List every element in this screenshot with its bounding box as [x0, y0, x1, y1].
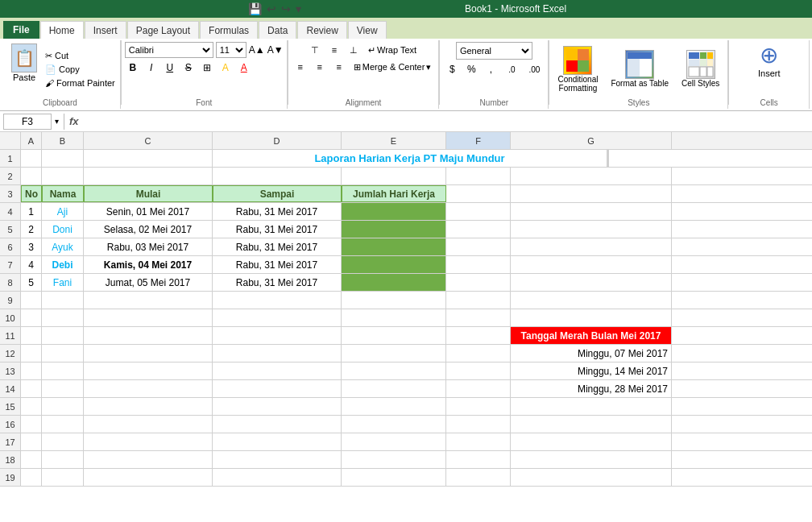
cell-e13[interactable] [342, 362, 446, 379]
cell-a17[interactable] [21, 433, 42, 450]
cell-d13[interactable] [213, 362, 342, 379]
cell-e3[interactable]: Jumlah Hari Kerja [342, 185, 446, 202]
cell-d16[interactable] [213, 416, 342, 433]
cell-f17[interactable] [446, 433, 511, 450]
cell-f16[interactable] [446, 416, 511, 433]
cell-g4[interactable] [511, 203, 672, 220]
row-num-15[interactable]: 15 [0, 398, 21, 415]
cell-f18[interactable] [446, 451, 511, 468]
row-num-3[interactable]: 3 [0, 185, 21, 202]
cell-f11[interactable] [446, 327, 511, 344]
cell-a9[interactable] [21, 292, 42, 309]
align-left-button[interactable]: ≡ [292, 59, 309, 75]
cell-f7[interactable] [446, 256, 511, 273]
cell-c11[interactable] [84, 327, 213, 344]
col-header-b[interactable]: B [42, 132, 84, 149]
cell-a8[interactable]: 5 [21, 274, 42, 291]
qat-undo[interactable]: ↩ [264, 2, 279, 16]
cell-reference-input[interactable] [3, 114, 52, 130]
cell-e15[interactable] [342, 398, 446, 415]
cell-b16[interactable] [42, 416, 84, 433]
strikethrough-button[interactable]: S [180, 60, 197, 76]
cell-e7[interactable] [342, 256, 446, 273]
merge-center-button[interactable]: ⊞ Merge & Center ▾ [350, 60, 436, 75]
cell-e10[interactable] [342, 309, 446, 326]
cell-b6[interactable]: Ayuk [42, 238, 84, 255]
cell-d17[interactable] [213, 433, 342, 450]
cell-a16[interactable] [21, 416, 42, 433]
col-header-f[interactable]: F [446, 132, 511, 149]
cell-a3[interactable]: No [21, 185, 42, 202]
tab-formulas[interactable]: Formulas [200, 21, 258, 39]
cell-c1[interactable] [84, 150, 213, 167]
cell-f4[interactable] [446, 203, 511, 220]
cell-b14[interactable] [42, 380, 84, 397]
row-num-18[interactable]: 18 [0, 451, 21, 468]
cell-e16[interactable] [342, 416, 446, 433]
cell-c19[interactable] [84, 469, 213, 486]
cell-c9[interactable] [84, 292, 213, 309]
cell-a10[interactable] [21, 309, 42, 326]
row-num-19[interactable]: 19 [0, 469, 21, 486]
align-bottom-button[interactable]: ⊥ [345, 42, 362, 58]
cell-f9[interactable] [446, 292, 511, 309]
col-header-e[interactable]: E [342, 132, 446, 149]
cell-g14[interactable]: Minggu, 28 Mei 2017 [511, 380, 672, 397]
cell-a12[interactable] [21, 345, 42, 362]
col-header-d[interactable]: D [213, 132, 342, 149]
cell-d6[interactable]: Rabu, 31 Mei 2017 [213, 238, 342, 255]
cell-d12[interactable] [213, 345, 342, 362]
cell-g9[interactable] [511, 292, 672, 309]
cell-e17[interactable] [342, 433, 446, 450]
cell-b19[interactable] [42, 469, 84, 486]
cell-g5[interactable] [511, 221, 672, 238]
cell-c18[interactable] [84, 451, 213, 468]
cell-b10[interactable] [42, 309, 84, 326]
row-num-17[interactable]: 17 [0, 433, 21, 450]
cell-e14[interactable] [342, 380, 446, 397]
cell-g12[interactable]: Minggu, 07 Mei 2017 [511, 345, 672, 362]
cell-b11[interactable] [42, 327, 84, 344]
cell-g17[interactable] [511, 433, 672, 450]
cell-d5[interactable]: Rabu, 31 Mei 2017 [213, 221, 342, 238]
cell-e18[interactable] [342, 451, 446, 468]
cell-b9[interactable] [42, 292, 84, 309]
cell-d1[interactable]: Laporan Harian Kerja PT Maju Mundur [213, 150, 607, 167]
row-num-12[interactable]: 12 [0, 345, 21, 362]
function-icon[interactable]: fx [69, 115, 79, 127]
cell-g15[interactable] [511, 398, 672, 415]
cell-c6[interactable]: Rabu, 03 Mei 2017 [84, 238, 213, 255]
italic-button[interactable]: I [143, 60, 160, 76]
cell-a11[interactable] [21, 327, 42, 344]
cell-a1[interactable] [21, 150, 42, 167]
cell-c13[interactable] [84, 362, 213, 379]
formula-input[interactable] [82, 114, 809, 130]
row-num-16[interactable]: 16 [0, 416, 21, 433]
cell-a15[interactable] [21, 398, 42, 415]
cell-f14[interactable] [446, 380, 511, 397]
formula-expand-button[interactable]: ▾ [55, 117, 59, 126]
cell-b8[interactable]: Fani [42, 274, 84, 291]
cell-c17[interactable] [84, 433, 213, 450]
cell-d18[interactable] [213, 451, 342, 468]
underline-button[interactable]: U [162, 60, 178, 76]
cell-d7[interactable]: Rabu, 31 Mei 2017 [213, 256, 342, 273]
cell-c10[interactable] [84, 309, 213, 326]
row-num-6[interactable]: 6 [0, 238, 21, 255]
tab-insert[interactable]: Insert [85, 21, 126, 39]
border-button[interactable]: ⊞ [199, 60, 215, 76]
cell-e12[interactable] [342, 345, 446, 362]
cell-b5[interactable]: Doni [42, 221, 84, 238]
cell-a7[interactable]: 4 [21, 256, 42, 273]
decimal-increase-button[interactable]: .0 [501, 61, 522, 77]
cell-a19[interactable] [21, 469, 42, 486]
cell-c3[interactable]: Mulai [84, 185, 213, 202]
row-num-13[interactable]: 13 [0, 362, 21, 379]
cell-e11[interactable] [342, 327, 446, 344]
copy-button[interactable]: 📄 Copy [44, 64, 117, 76]
cell-g1[interactable] [608, 150, 609, 167]
cut-button[interactable]: ✂ Cut [44, 50, 117, 62]
cell-f3[interactable] [446, 185, 511, 202]
cell-b12[interactable] [42, 345, 84, 362]
cell-g11[interactable]: Tanggal Merah Bulan Mei 2017 [511, 327, 672, 344]
